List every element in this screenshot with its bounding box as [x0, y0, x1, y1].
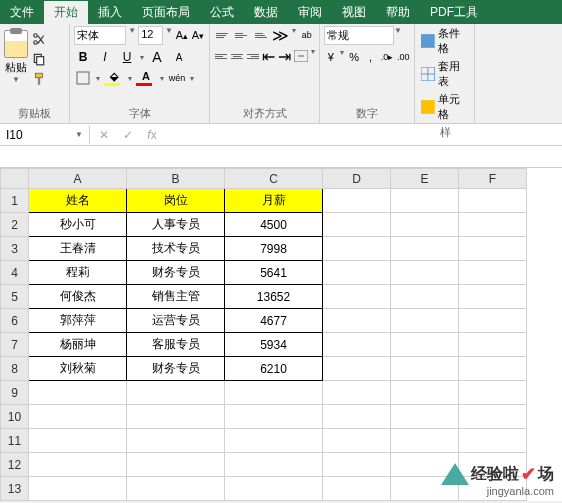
formula-input[interactable] — [166, 133, 562, 137]
row-header[interactable]: 12 — [1, 453, 29, 477]
align-left-button[interactable] — [214, 47, 227, 65]
select-all-corner[interactable] — [1, 169, 29, 189]
row-header[interactable]: 6 — [1, 309, 29, 333]
tab-pagelayout[interactable]: 页面布局 — [132, 1, 200, 24]
row-header[interactable]: 5 — [1, 285, 29, 309]
cell[interactable]: 郭萍萍 — [29, 309, 127, 333]
align-middle-button[interactable] — [233, 26, 249, 44]
cell[interactable]: 刘秋菊 — [29, 357, 127, 381]
grid[interactable]: A B C D E F 1 姓名 岗位 月薪 2秒小可人事专员4500 3王春清… — [0, 168, 527, 501]
tab-insert[interactable]: 插入 — [88, 1, 132, 24]
fill-color-button[interactable]: ⬙ — [104, 70, 124, 86]
cell[interactable]: 杨丽坤 — [29, 333, 127, 357]
row-header[interactable]: 13 — [1, 477, 29, 501]
col-header-d[interactable]: D — [323, 169, 391, 189]
format-painter-icon[interactable] — [30, 70, 48, 88]
decrease-decimal-button[interactable]: .00 — [397, 48, 410, 66]
cell-styles-button[interactable]: 单元格 — [421, 92, 470, 122]
cell[interactable]: 客服专员 — [127, 333, 225, 357]
cell[interactable]: 技术专员 — [127, 237, 225, 261]
cell[interactable]: 4677 — [225, 309, 323, 333]
increase-font-icon[interactable]: A▴ — [175, 26, 189, 44]
font-big-a[interactable]: A — [148, 48, 166, 66]
currency-button[interactable]: ¥ — [324, 48, 337, 66]
align-center-button[interactable] — [230, 47, 243, 65]
align-bottom-button[interactable] — [253, 26, 269, 44]
bold-button[interactable]: B — [74, 48, 92, 66]
cell[interactable]: 运营专员 — [127, 309, 225, 333]
tab-formulas[interactable]: 公式 — [200, 1, 244, 24]
indent-decrease-button[interactable]: ⇤ — [262, 47, 275, 65]
cell[interactable]: 5641 — [225, 261, 323, 285]
copy-icon[interactable] — [30, 50, 48, 68]
align-top-button[interactable] — [214, 26, 230, 44]
row-header[interactable]: 8 — [1, 357, 29, 381]
cell[interactable]: 财务专员 — [127, 357, 225, 381]
tab-view[interactable]: 视图 — [332, 1, 376, 24]
tab-home[interactable]: 开始 — [44, 1, 88, 24]
table-header[interactable]: 岗位 — [127, 189, 225, 213]
row-header[interactable]: 10 — [1, 405, 29, 429]
row-header[interactable]: 9 — [1, 381, 29, 405]
cell[interactable]: 秒小可 — [29, 213, 127, 237]
cell[interactable]: 程莉 — [29, 261, 127, 285]
col-header-e[interactable]: E — [391, 169, 459, 189]
cell[interactable]: 4500 — [225, 213, 323, 237]
row-header[interactable]: 7 — [1, 333, 29, 357]
percent-button[interactable]: % — [347, 48, 360, 66]
font-small-a[interactable]: A — [170, 48, 188, 66]
watermark-logo-icon — [441, 463, 469, 485]
tab-file[interactable]: 文件 — [0, 1, 44, 24]
col-header-b[interactable]: B — [127, 169, 225, 189]
align-right-button[interactable] — [246, 47, 259, 65]
italic-button[interactable]: I — [96, 48, 114, 66]
cell[interactable]: 人事专员 — [127, 213, 225, 237]
col-header-c[interactable]: C — [225, 169, 323, 189]
tab-data[interactable]: 数据 — [244, 1, 288, 24]
col-header-a[interactable]: A — [29, 169, 127, 189]
confirm-formula-icon[interactable]: ✓ — [118, 126, 138, 144]
tab-help[interactable]: 帮助 — [376, 1, 420, 24]
cell[interactable]: 销售主管 — [127, 285, 225, 309]
row-header[interactable]: 4 — [1, 261, 29, 285]
fx-icon[interactable]: fx — [142, 126, 162, 144]
tab-pdf[interactable]: PDF工具 — [420, 1, 488, 24]
cell[interactable]: 5934 — [225, 333, 323, 357]
increase-decimal-button[interactable]: .0▸ — [380, 48, 393, 66]
row-header[interactable]: 2 — [1, 213, 29, 237]
cell[interactable]: 13652 — [225, 285, 323, 309]
underline-button[interactable]: U — [118, 48, 136, 66]
row-header[interactable]: 1 — [1, 189, 29, 213]
row-header[interactable]: 3 — [1, 237, 29, 261]
border-button[interactable] — [74, 69, 92, 87]
font-color-button[interactable]: A — [136, 70, 156, 86]
wrap-text-button[interactable]: ab — [299, 26, 315, 44]
phonetic-button[interactable]: wén — [168, 69, 186, 87]
cell[interactable]: 财务专员 — [127, 261, 225, 285]
number-format-select[interactable]: 常规 — [324, 26, 394, 45]
font-size-select[interactable]: 12 — [138, 26, 163, 45]
orientation-button[interactable]: ≫ — [272, 26, 289, 44]
row-header[interactable]: 11 — [1, 429, 29, 453]
decrease-font-icon[interactable]: A▾ — [191, 26, 205, 44]
merge-button[interactable] — [294, 47, 308, 65]
indent-increase-button[interactable]: ⇥ — [278, 47, 291, 65]
cell[interactable]: 6210 — [225, 357, 323, 381]
name-box[interactable]: I10 ▼ — [0, 126, 90, 144]
cell[interactable]: 7998 — [225, 237, 323, 261]
table-format-button[interactable]: 套用表 — [421, 59, 470, 89]
table-header[interactable]: 姓名 — [29, 189, 127, 213]
comma-button[interactable]: , — [364, 48, 377, 66]
table-header[interactable]: 月薪 — [225, 189, 323, 213]
align-group: ≫ ▾ ab ⇤ ⇥ ▾ 对齐方式 — [210, 24, 320, 123]
chevron-down-icon: ▼ — [12, 75, 20, 84]
col-header-f[interactable]: F — [459, 169, 527, 189]
font-name-select[interactable]: 宋体 — [74, 26, 126, 45]
conditional-format-button[interactable]: 条件格 — [421, 26, 470, 56]
paste-button[interactable]: 粘贴 ▼ — [4, 30, 28, 88]
cell[interactable]: 王春清 — [29, 237, 127, 261]
cut-icon[interactable] — [30, 30, 48, 48]
cancel-formula-icon[interactable]: ✕ — [94, 126, 114, 144]
tab-review[interactable]: 审阅 — [288, 1, 332, 24]
cell[interactable]: 何俊杰 — [29, 285, 127, 309]
